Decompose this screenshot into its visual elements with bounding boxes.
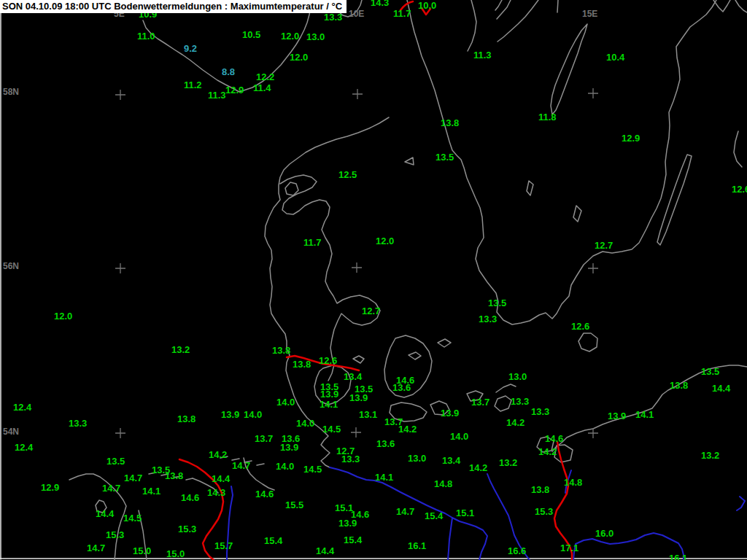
station-value: 13.3	[511, 397, 529, 405]
station-value: 12.6	[319, 357, 337, 365]
station-value: 12.0	[281, 32, 299, 40]
lat-label: 58N	[3, 88, 19, 96]
station-value: 15.3	[178, 525, 196, 533]
station-value: 14.2	[398, 425, 417, 433]
station-value: 15.1	[456, 509, 474, 517]
lon-label: 10E	[349, 10, 364, 18]
station-value: 16.1	[669, 554, 687, 560]
river-path	[573, 533, 684, 560]
station-value: 14.5	[303, 465, 322, 473]
station-value: 14.3	[207, 489, 225, 497]
coastline-path	[552, 365, 747, 451]
station-value: 12.6	[732, 185, 747, 193]
station-value: 13.9	[280, 443, 298, 451]
graticule-cross	[352, 262, 362, 273]
station-value: 15.3	[535, 508, 553, 516]
station-value: 12.0	[376, 237, 394, 245]
station-value: 14.5	[123, 514, 142, 522]
station-value: 13.8	[441, 119, 459, 127]
station-value: 13.8	[531, 486, 549, 494]
map-frame-line	[0, 13, 747, 559]
coastline-path	[495, 0, 538, 42]
station-value: 14.6	[255, 490, 274, 498]
station-value: 13.5	[701, 368, 719, 376]
lat-label: 56N	[3, 262, 19, 271]
coastline-path	[527, 181, 581, 222]
map-viewport: 10.914.311.710.013.311.010.512.013.09.21…	[0, 0, 747, 560]
station-value: 17.1	[560, 544, 578, 552]
coastline-path	[353, 158, 451, 363]
coastline-path	[390, 391, 483, 421]
station-value: 13.3	[341, 455, 360, 463]
title-text: SON 04.10.09 18:00 UTC Bodenwettermeldun…	[2, 1, 342, 12]
station-value: 11.0	[137, 32, 155, 40]
station-value: 12.7	[595, 241, 613, 249]
station-value: 12.0	[54, 312, 72, 320]
station-value: 14.4	[316, 547, 334, 555]
station-value: 14.3	[371, 0, 389, 7]
station-value: 12.4	[13, 403, 31, 411]
coastline-path	[735, 0, 747, 12]
station-value: 11.2	[184, 81, 202, 89]
station-value: 12.6	[571, 322, 589, 330]
station-value: 11.8	[538, 113, 557, 121]
station-value: 11.4	[253, 84, 271, 92]
station-value: 15.0	[133, 547, 151, 555]
station-value: 14.2	[469, 464, 487, 472]
station-value: 14.1	[375, 473, 393, 481]
station-value: 12.9	[41, 483, 59, 491]
station-value: 13.0	[306, 33, 325, 41]
map-border-lines	[0, 13, 747, 559]
coastline-path	[280, 175, 380, 381]
station-value: 13.5	[488, 299, 506, 307]
station-value: 12.0	[290, 53, 308, 61]
station-value: 13.1	[359, 411, 377, 419]
station-value: 16.6	[508, 547, 526, 555]
map-canvas	[0, 0, 747, 560]
station-value: 12.5	[338, 171, 357, 179]
station-value: 11.3	[473, 51, 492, 59]
station-value: 12.2	[256, 73, 274, 81]
station-value: 16.1	[408, 542, 426, 550]
station-value: 13.9	[221, 411, 239, 419]
station-value: 15.4	[264, 537, 282, 545]
station-value: 13.9	[608, 412, 626, 420]
station-value: 11.3	[208, 91, 226, 99]
station-value: 14.4	[96, 510, 114, 518]
station-value: 14.0	[450, 432, 468, 440]
graticule-cross	[115, 428, 125, 438]
station-value: 14.0	[244, 411, 262, 419]
station-value: 15.0	[166, 550, 185, 558]
lat-label: 54N	[3, 428, 19, 436]
station-value: 10.5	[242, 31, 260, 39]
station-value: 15.3	[106, 531, 124, 539]
station-value: 13.4	[344, 373, 362, 381]
coastline-path	[578, 333, 597, 351]
coastline-path	[734, 131, 742, 167]
station-value: 14.0	[296, 419, 314, 427]
station-value: 13.6	[376, 440, 395, 448]
station-value: 13.8	[165, 472, 183, 480]
station-value: 13.2	[499, 459, 517, 467]
graticule-cross	[588, 263, 598, 273]
station-value: 13.9	[338, 519, 357, 527]
station-value: 14.0	[276, 462, 294, 470]
station-value: 13.3	[531, 408, 549, 416]
station-value: 13.5	[436, 153, 454, 161]
station-value: 11.7	[393, 9, 411, 18]
station-value: 13.8	[670, 381, 688, 389]
station-value: 13.3	[324, 13, 342, 21]
station-value: 13.5	[107, 457, 125, 465]
station-value: 14.2	[506, 419, 525, 427]
station-value: 14.1	[320, 400, 338, 408]
station-value: 13.2	[171, 346, 190, 354]
station-value: 14.6	[545, 435, 563, 443]
station-value: 13.3	[479, 315, 497, 323]
river-layer	[227, 467, 745, 560]
station-value: 13.7	[255, 435, 273, 443]
graticule-cross	[588, 88, 598, 98]
station-value: 12.4	[15, 443, 33, 451]
station-value: 10.4	[606, 53, 624, 61]
coastline-path	[657, 155, 692, 245]
station-value: 15.5	[285, 501, 303, 509]
